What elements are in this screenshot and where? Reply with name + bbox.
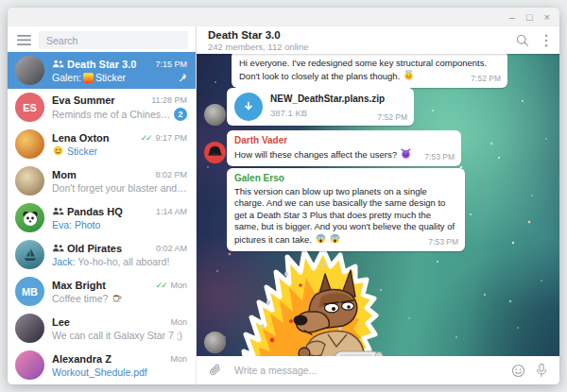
- group-icon: [52, 60, 64, 68]
- avatar: [15, 203, 44, 232]
- message-history[interactable]: Hi everyone. I've redesigned some key st…: [197, 54, 559, 356]
- message-text: How will these changes affect the users?: [234, 148, 397, 159]
- sender-avatar-galen[interactable]: [204, 332, 226, 353]
- vader-helmet-image: [204, 142, 226, 163]
- file-name: NEW_DeathStar.plans.zip: [270, 94, 385, 106]
- chat-list-item-death-star[interactable]: Death Star 3.0 7:15 PM Galen:Sticker: [8, 52, 196, 89]
- telegram-window: – □ × Death Star 3.0: [8, 8, 559, 384]
- chat-list-item-alexandra-z[interactable]: Alexandra Z Mon Workout_Shedule.pdf: [8, 347, 196, 383]
- chat-time: 7:15 PM: [155, 60, 187, 69]
- chat-time: 0:02 AM: [156, 244, 187, 253]
- sticker-message-this-is-fine-dog[interactable]: [234, 246, 397, 356]
- avatar-initials: MB: [22, 286, 38, 298]
- hamburger-menu-icon[interactable]: [17, 35, 31, 45]
- chat-time: 11:28 PM: [151, 95, 187, 105]
- preview-text: Workout_Shedule.pdf: [52, 366, 147, 378]
- message-time: 7:52 PM: [377, 111, 407, 124]
- group-icon: [52, 207, 64, 215]
- microphone-icon[interactable]: [536, 363, 547, 378]
- preview-sender: Galen:: [52, 72, 81, 83]
- message-time: 7:53 PM: [428, 236, 458, 248]
- avatar: [15, 129, 44, 159]
- close-button[interactable]: ×: [544, 12, 550, 23]
- chat-name: Lena Oxton: [52, 132, 137, 144]
- sender-avatar-galen[interactable]: [204, 104, 226, 126]
- pin-icon: [178, 73, 187, 82]
- chat-time: Mon: [170, 354, 187, 364]
- conversation-header[interactable]: Death Star 3.0 242 members, 112 online: [197, 26, 559, 54]
- avatar: [15, 350, 44, 380]
- preview-sender: Jack:: [52, 256, 76, 267]
- coffee-emoji-icon: [112, 293, 122, 303]
- group-icon: [52, 244, 64, 252]
- message-time: 7:53 PM: [424, 151, 455, 163]
- chat-time: 1:14 AM: [156, 207, 187, 216]
- preview-text: Yo-ho-ho, all aboard!: [77, 256, 169, 267]
- chat-name: Alexandra Z: [52, 353, 167, 365]
- conversation-subtitle: 242 members, 112 online: [208, 42, 309, 52]
- chat-name: Mom: [52, 169, 152, 180]
- sender-avatar-darth-vader[interactable]: [204, 142, 226, 163]
- read-checkmarks: ✓✓: [140, 133, 150, 143]
- chat-list-item-lee[interactable]: Lee Mon We can call it Galaxy Star 7 ;): [8, 310, 196, 347]
- search-input[interactable]: [39, 31, 188, 49]
- chat-list-item-mom[interactable]: Mom 8:02 PM Don't forget your blaster an…: [8, 162, 196, 199]
- download-button[interactable]: [234, 93, 263, 121]
- conversation-title: Death Star 3.0: [208, 29, 309, 42]
- chat-name: Lee: [52, 316, 167, 328]
- devil-emoji-icon: [401, 148, 411, 159]
- message-text: Hi everyone. I've redesigned some key st…: [239, 58, 487, 80]
- avatar: ES: [15, 93, 44, 122]
- avatar: [15, 240, 44, 269]
- sender-name[interactable]: Darth Vader: [234, 135, 454, 147]
- sender-name[interactable]: Galen Erso: [234, 173, 457, 185]
- file-size: 387.1 KB: [270, 108, 385, 120]
- chat-time: 8:02 PM: [155, 170, 187, 179]
- download-arrow-icon: [242, 100, 255, 113]
- chat-list-item-eva-summer[interactable]: ES Eva Summer 11:28 PM Reminds me of a C…: [8, 89, 196, 126]
- chat-list-item-lena-oxton[interactable]: Lena Oxton ✓✓ 9:17 PM Sticker: [8, 126, 196, 162]
- scream-emoji-icon: [316, 233, 326, 244]
- maximize-button[interactable]: □: [526, 12, 533, 23]
- message-bubble[interactable]: Hi everyone. I've redesigned some key st…: [232, 54, 507, 88]
- sticker-thumbnail-icon: [83, 73, 94, 83]
- chat-list-item-pandas-hq[interactable]: Pandas HQ 1:14 AM Eva: Photo: [8, 199, 196, 236]
- attach-paperclip-icon[interactable]: [209, 364, 222, 378]
- chat-list-item-old-pirates[interactable]: Old Pirates 0:02 AM Jack: Yo-ho-ho, all …: [8, 236, 196, 273]
- avatar: MB: [15, 277, 44, 306]
- conversation-pane: Death Star 3.0 242 members, 112 online: [197, 26, 559, 384]
- chat-name: Pandas HQ: [67, 206, 153, 217]
- sticker-image: [234, 246, 397, 356]
- chat-time: Mon: [170, 281, 187, 290]
- avatar: [15, 166, 44, 196]
- kebab-menu-icon[interactable]: [544, 34, 548, 47]
- chat-name: Max Bright: [52, 280, 152, 291]
- scream-emoji-icon: [330, 233, 340, 244]
- minimize-button[interactable]: –: [509, 12, 515, 23]
- preview-text: Coffee time?: [52, 293, 108, 304]
- avatar: [15, 314, 44, 343]
- emoji-smiley-icon[interactable]: [511, 364, 525, 378]
- chat-list: Death Star 3.0 7:15 PM Galen:Sticker ES: [8, 52, 196, 384]
- message-input[interactable]: [232, 364, 501, 377]
- grin-emoji-icon: [53, 145, 63, 156]
- chat-name: Eva Summer: [52, 94, 148, 106]
- avatar-initials: ES: [23, 102, 37, 113]
- message-text: This version can blow up two planets on …: [234, 186, 455, 245]
- chat-sidebar: Death Star 3.0 7:15 PM Galen:Sticker ES: [8, 26, 197, 384]
- ship-image: [20, 245, 41, 265]
- window-titlebar[interactable]: – □ ×: [8, 8, 559, 26]
- chat-list-item-max-bright[interactable]: MB Max Bright ✓✓ Mon Coffee time?: [8, 273, 196, 310]
- search-icon[interactable]: [516, 34, 529, 47]
- halo-emoji-icon: [404, 70, 414, 80]
- message-bubble[interactable]: Darth Vader How will these changes affec…: [227, 130, 461, 166]
- unread-badge: 2: [174, 108, 187, 121]
- preview-text: We can call it Galaxy Star 7 ;): [52, 330, 182, 341]
- file-message-bubble[interactable]: NEW_DeathStar.plans.zip 387.1 KB 7:52 PM: [227, 88, 414, 126]
- message-bubble[interactable]: Galen Erso This version can blow up two …: [227, 168, 465, 251]
- chat-time: Mon: [170, 317, 187, 327]
- panda-image: [19, 207, 42, 230]
- chat-name: Old Pirates: [67, 243, 153, 254]
- read-checkmarks: ✓✓: [155, 281, 165, 290]
- chat-time: 9:17 PM: [155, 133, 187, 143]
